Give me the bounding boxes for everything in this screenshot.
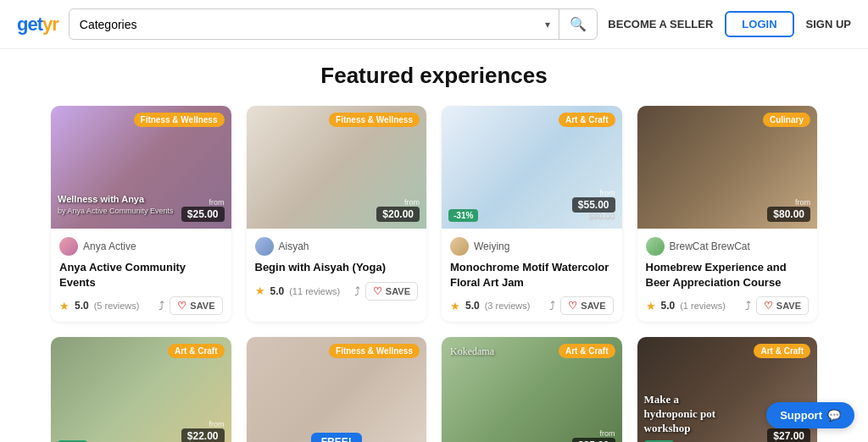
price-tag: from $20.00 xyxy=(376,198,420,222)
dropdown-arrow-icon: ▾ xyxy=(537,12,559,37)
save-label: SAVE xyxy=(776,301,801,311)
card-body: BrewCat BrewCat Homebrew Experience and … xyxy=(637,229,818,322)
search-bar[interactable]: Categories Fitness & Wellness Art & Craf… xyxy=(69,8,598,40)
price-tag: from $25.00 xyxy=(181,198,225,222)
main-content: Featured experiences Fitness & Wellness … xyxy=(0,49,868,442)
seller-avatar xyxy=(450,237,469,256)
header: getyr Categories Fitness & Wellness Art … xyxy=(0,0,868,49)
category-badge: Art & Craft xyxy=(559,113,615,127)
card-item: Fitness & Wellness from $25.00 Wellness … xyxy=(51,106,231,322)
star-icon: ★ xyxy=(646,300,656,312)
price-from-label: from xyxy=(404,198,420,207)
price-tag: from $35.00 xyxy=(572,429,615,442)
card-item: Fitness & Wellness from $20.00 Aisyah Be… xyxy=(247,106,427,322)
star-icon: ★ xyxy=(450,300,460,312)
price-from-label: from xyxy=(209,198,225,207)
price-current: $20.00 xyxy=(376,207,420,222)
footer-actions: ⤴ ♡ SAVE xyxy=(159,296,222,315)
share-icon[interactable]: ⤴ xyxy=(549,299,555,312)
card-body: Weiying Monochrome Motif Watercolor Flor… xyxy=(442,229,622,322)
share-icon[interactable]: ⤴ xyxy=(159,299,164,312)
heart-icon: ♡ xyxy=(373,285,382,297)
footer-actions: ⤴ ♡ SAVE xyxy=(549,296,613,315)
card-item: Fitness & Wellness FREE! Barre 2 Barre S… xyxy=(247,337,427,442)
chat-icon: 💬 xyxy=(827,409,841,422)
save-label: SAVE xyxy=(581,301,605,311)
save-button[interactable]: ♡ SAVE xyxy=(756,296,809,315)
rating-score: 5.0 xyxy=(270,285,285,297)
card-overlay-title: Make ahydroponic potworkshop xyxy=(644,393,716,436)
price-original: $80.00 xyxy=(589,213,615,222)
footer-actions: ⤴ ♡ SAVE xyxy=(745,296,809,315)
category-badge: Art & Craft xyxy=(168,344,225,358)
card-image: Art & Craft from $35.00 Kokedama xyxy=(442,337,622,442)
share-icon[interactable]: ⤴ xyxy=(354,285,360,298)
heart-icon: ♡ xyxy=(177,300,186,312)
category-badge: Fitness & Wellness xyxy=(134,113,225,127)
become-seller-link[interactable]: BECOME A SELLER xyxy=(608,18,713,30)
card-image: Fitness & Wellness from $20.00 xyxy=(247,106,427,229)
support-button[interactable]: Support 💬 xyxy=(766,402,854,428)
price-from-label: from xyxy=(795,198,810,207)
seller-info: BrewCat BrewCat xyxy=(646,237,810,256)
price-current: $25.00 xyxy=(181,207,225,222)
rating-score: 5.0 xyxy=(75,300,89,312)
card-title: Homebrew Experience and Beer Appreciatio… xyxy=(646,260,810,290)
card-footer: ★ 5.0 (11 reviews) ⤴ ♡ SAVE xyxy=(255,282,419,301)
card-title: Anya Active Community Events xyxy=(59,260,223,290)
category-select[interactable]: Categories Fitness & Wellness Art & Craf… xyxy=(70,11,537,38)
discount-badge: -31% xyxy=(448,209,478,222)
seller-avatar xyxy=(59,237,78,256)
price-current: $27.00 xyxy=(767,428,810,442)
price-from-label: from xyxy=(600,429,615,438)
price-tag: from $55.00 $80.00 xyxy=(572,189,615,222)
seller-name: Aisyah xyxy=(279,240,309,252)
card-body: Aisyah Begin with Aisyah (Yoga) ★ 5.0 (1… xyxy=(247,229,427,307)
price-current: $35.00 xyxy=(572,438,615,442)
card-item: Art & Craft -31% from $55.00 $80.00 Weiy… xyxy=(442,106,622,322)
heart-icon: ♡ xyxy=(764,300,773,312)
price-from-label: from xyxy=(209,420,225,428)
save-button[interactable]: ♡ SAVE xyxy=(170,296,222,315)
card-overlay-title: Wellness with Anya xyxy=(58,194,144,205)
card-item: Art & Craft from $35.00 Kokedama J2 Terr… xyxy=(442,337,622,442)
card-title: Begin with Aisyah (Yoga) xyxy=(255,260,419,275)
logo[interactable]: getyr xyxy=(17,14,58,36)
card-image: Art & Craft -27% from $22.00 $30.00 xyxy=(51,337,231,442)
rating-score: 5.0 xyxy=(465,300,480,312)
seller-info: Aisyah xyxy=(255,237,419,256)
seller-name: Anya Active xyxy=(83,240,136,252)
card-image: Art & Craft -31% from $55.00 $80.00 xyxy=(442,106,622,229)
search-button[interactable]: 🔍 xyxy=(559,9,597,39)
share-icon[interactable]: ⤴ xyxy=(745,299,751,312)
review-count: (1 reviews) xyxy=(680,301,726,311)
handwritten-text: Kokedama xyxy=(450,345,494,358)
page-title: Featured experiences xyxy=(51,63,817,89)
category-badge: Fitness & Wellness xyxy=(329,344,420,358)
category-badge: Fitness & Wellness xyxy=(329,113,420,127)
review-count: (11 reviews) xyxy=(289,286,340,296)
price-tag: from $80.00 xyxy=(767,198,810,222)
cards-grid: Fitness & Wellness from $25.00 Wellness … xyxy=(51,106,817,442)
footer-actions: ⤴ ♡ SAVE xyxy=(354,282,418,301)
heart-icon: ♡ xyxy=(568,300,577,312)
card-footer: ★ 5.0 (5 reviews) ⤴ ♡ SAVE xyxy=(59,296,223,315)
seller-avatar xyxy=(646,237,665,256)
seller-info: Weiying xyxy=(450,237,614,256)
seller-avatar xyxy=(255,237,274,256)
price-current: $80.00 xyxy=(767,207,810,222)
star-icon: ★ xyxy=(255,285,265,297)
card-item: Culinary from $80.00 BrewCat BrewCat Hom… xyxy=(637,106,818,322)
review-count: (5 reviews) xyxy=(94,301,140,311)
card-image: Fitness & Wellness FREE! xyxy=(247,337,427,442)
login-button[interactable]: LOGIN xyxy=(725,11,793,37)
save-button[interactable]: ♡ SAVE xyxy=(560,296,613,315)
seller-info: Anya Active xyxy=(59,237,223,256)
signup-button[interactable]: SIGN UP xyxy=(806,18,851,30)
price-tag: from $22.00 $30.00 xyxy=(181,420,225,442)
category-badge: Culinary xyxy=(763,113,810,127)
card-footer: ★ 5.0 (3 reviews) ⤴ ♡ SAVE xyxy=(450,296,614,315)
save-button[interactable]: ♡ SAVE xyxy=(365,282,418,301)
save-label: SAVE xyxy=(386,286,410,296)
support-label: Support xyxy=(780,409,822,422)
